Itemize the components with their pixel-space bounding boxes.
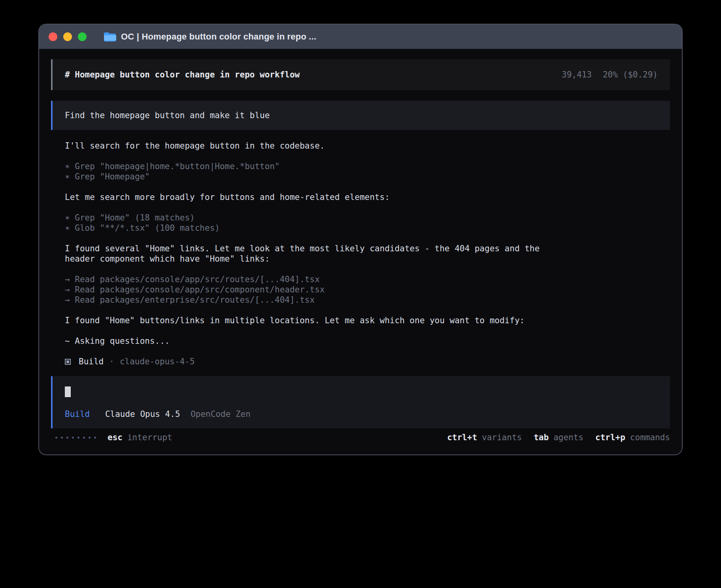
user-message: Find the homepage button and make it blu… — [51, 101, 670, 130]
tool-call: → Read packages/enterprise/src/routes/[.… — [65, 295, 670, 305]
input-meta: Build Claude Opus 4.5 OpenCode Zen — [65, 409, 658, 419]
tool-call: ∗ Glob "**/*.tsx" (100 matches) — [65, 223, 670, 233]
tool-call: ∗ Grep "homepage|home.*button|Home.*butt… — [65, 161, 670, 172]
input-agent-label[interactable]: Build — [65, 409, 90, 419]
hint-variants: ctrl+t variants — [447, 433, 522, 442]
tool-call: → Read packages/console/app/src/routes/[… — [65, 274, 670, 285]
agent-name: Build — [79, 356, 104, 367]
progress-dot — [77, 437, 79, 439]
token-count: 39,413 — [562, 70, 592, 79]
status-left: esc interrupt — [55, 433, 172, 442]
zoom-window-button[interactable] — [78, 32, 87, 41]
status-bar: esc interrupt ctrl+t variants tab agents… — [51, 432, 670, 443]
agent-model: claude-opus-4-5 — [120, 356, 195, 367]
variants-label: variants — [482, 433, 522, 442]
session-stats: 39,41320% ($0.29) — [562, 70, 658, 79]
commands-key: ctrl+p — [595, 433, 625, 442]
tool-call: ∗ Grep "Home" (18 matches) — [65, 213, 670, 223]
context-usage: 20% ($0.29) — [603, 70, 658, 79]
assistant-text: Let me search more broadly for buttons a… — [65, 192, 670, 202]
agents-label: agents — [553, 433, 583, 442]
agent-separator: · — [109, 356, 114, 367]
agent-row: Build · claude-opus-4-5 — [65, 356, 670, 367]
transcript: I'll search for the homepage button in t… — [65, 141, 670, 346]
terminal-window: OC | Homepage button color change in rep… — [39, 24, 682, 454]
tool-call: ∗ Grep "Homepage" — [65, 172, 670, 182]
assistant-status: ~ Asking questions... — [65, 336, 670, 346]
agent-icon — [65, 359, 71, 365]
tool-call: → Read packages/console/app/src/componen… — [65, 285, 670, 295]
progress-dot — [94, 437, 96, 439]
esc-key-hint: esc — [108, 433, 123, 442]
user-message-text: Find the homepage button and make it blu… — [65, 111, 270, 120]
terminal-content: # Homepage button color change in repo w… — [39, 49, 682, 454]
commands-label: commands — [630, 433, 670, 442]
assistant-text: I'll search for the homepage button in t… — [65, 141, 670, 151]
agents-key: tab — [534, 433, 549, 442]
progress-dot — [83, 437, 85, 439]
progress-dot — [72, 437, 74, 439]
traffic-lights — [49, 32, 92, 41]
close-window-button[interactable] — [49, 32, 57, 41]
progress-dot — [66, 437, 68, 439]
progress-dot — [89, 437, 91, 439]
input-provider-label: OpenCode Zen — [191, 409, 251, 419]
variants-key: ctrl+t — [447, 433, 477, 442]
assistant-text: I found several "Home" links. Let me loo… — [65, 243, 670, 264]
titlebar[interactable]: OC | Homepage button color change in rep… — [39, 24, 682, 49]
hint-agents: tab agents — [534, 433, 583, 442]
session-header: # Homepage button color change in repo w… — [51, 59, 670, 90]
minimize-window-button[interactable] — [63, 32, 72, 41]
text-cursor — [65, 386, 71, 397]
prompt-input[interactable]: Build Claude Opus 4.5 OpenCode Zen — [51, 376, 670, 428]
session-title: # Homepage button color change in repo w… — [65, 70, 300, 79]
progress-dot — [61, 437, 63, 439]
folder-icon — [104, 32, 116, 42]
hint-commands: ctrl+p commands — [595, 433, 670, 442]
assistant-text: I found "Home" buttons/links in multiple… — [65, 315, 670, 326]
window-title: OC | Homepage button color change in rep… — [121, 32, 316, 42]
progress-dot — [55, 437, 57, 439]
esc-key-label: interrupt — [127, 433, 172, 442]
status-right: ctrl+t variants tab agents ctrl+p comman… — [447, 433, 670, 442]
input-model-label[interactable]: Claude Opus 4.5 — [105, 409, 180, 419]
